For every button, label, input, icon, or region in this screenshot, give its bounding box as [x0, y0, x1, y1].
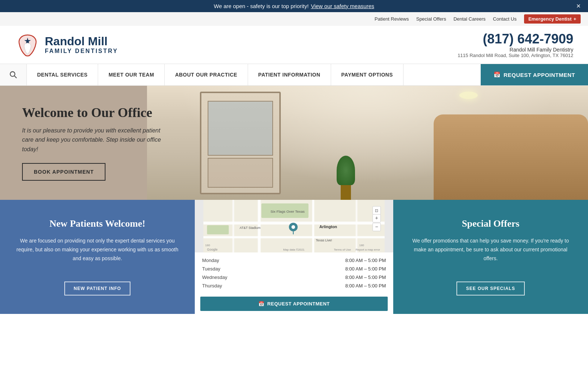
- svg-text:180: 180: [359, 244, 365, 247]
- search-button[interactable]: [0, 64, 27, 85]
- hero-subtext: It is our pleasure to provide you with e…: [22, 126, 162, 154]
- address: 1115 Randol Mill Road, Suite 100, Arling…: [458, 53, 573, 58]
- nav-dental-services[interactable]: DENTAL SERVICES: [27, 64, 98, 85]
- svg-text:180: 180: [205, 244, 210, 247]
- svg-point-18: [291, 225, 295, 229]
- hero-interior: [147, 86, 588, 200]
- hero-text: Welcome to Our Office It is our pleasure…: [0, 90, 184, 196]
- search-icon: [9, 71, 17, 79]
- special-offers-column: Special Offers We offer promotions that …: [393, 200, 588, 314]
- header: Randol Mill FAMILY DENTISTRY (817) 642-7…: [0, 26, 588, 64]
- svg-text:AT&T Stadium: AT&T Stadium: [240, 226, 261, 230]
- svg-rect-9: [232, 200, 234, 252]
- announcement-bar: We are open - safety is our top priority…: [0, 0, 588, 12]
- practice-name: Randol Mill Family Dentistry: [458, 47, 573, 53]
- contact-info: (817) 642-7909 Randol Mill Family Dentis…: [458, 31, 573, 58]
- svg-text:−: −: [375, 224, 378, 230]
- secondary-nav: Patient Reviews Special Offers Dental Ca…: [0, 12, 588, 26]
- hero-door-panel: [208, 158, 273, 188]
- special-offers-heading: Special Offers: [462, 218, 520, 229]
- svg-text:Report a map error: Report a map error: [356, 248, 380, 251]
- map-svg: Six Flags Over Texas Arlington AT&T Stad…: [195, 200, 393, 252]
- logo-icon: [15, 32, 40, 58]
- dental-careers-link[interactable]: Dental Careers: [453, 16, 485, 22]
- day-monday: Monday: [202, 258, 219, 263]
- contact-us-link[interactable]: Contact Us: [493, 16, 516, 22]
- phone-number[interactable]: (817) 642-7909: [458, 31, 573, 47]
- svg-rect-10: [356, 200, 358, 252]
- time-thursday: 8:00 AM – 5:00 PM: [345, 283, 386, 289]
- logo-area: Randol Mill FAMILY DENTISTRY: [15, 32, 118, 58]
- hours-row-wednesday: Wednesday 8:00 AM – 5:00 PM: [202, 273, 386, 282]
- day-tuesday: Tuesday: [202, 266, 220, 272]
- svg-text:Texas Live!: Texas Live!: [316, 238, 332, 242]
- map-hours-column: Six Flags Over Texas Arlington AT&T Stad…: [195, 200, 393, 314]
- close-announcement-button[interactable]: ×: [576, 2, 581, 10]
- hours-container: Monday 8:00 AM – 5:00 PM Tuesday 8:00 AM…: [195, 252, 393, 294]
- hero-door: [200, 92, 281, 194]
- see-specials-button[interactable]: SEE OUR SPECIALS: [456, 282, 524, 296]
- new-patients-column: New Patients Welcome! We are focused on …: [0, 200, 195, 314]
- book-appointment-button[interactable]: BOOK APPOINTMENT: [22, 163, 105, 181]
- nav-meet-our-team[interactable]: MEET OUR TEAM: [98, 64, 165, 85]
- svg-rect-12: [207, 225, 229, 234]
- special-offers-body: We offer promotions that can help you sa…: [408, 237, 573, 263]
- nav-request-label: REQUEST APPOINTMENT: [503, 72, 575, 78]
- calendar-icon-center: 📅: [258, 301, 265, 307]
- patient-reviews-link[interactable]: Patient Reviews: [374, 16, 409, 22]
- nav-payment-options[interactable]: PAYMENT OPTIONS: [331, 64, 404, 85]
- svg-text:Map data ©2021: Map data ©2021: [283, 248, 304, 251]
- hero-section: Welcome to Our Office It is our pleasure…: [0, 86, 588, 200]
- special-offers-link[interactable]: Special Offers: [416, 16, 446, 22]
- new-patient-info-button[interactable]: NEW PATIENT INFO: [64, 282, 131, 296]
- day-thursday: Thursday: [202, 283, 222, 289]
- three-col-section: New Patients Welcome! We are focused on …: [0, 200, 588, 314]
- hero-image: [147, 86, 588, 200]
- svg-text:Terms of Use: Terms of Use: [334, 248, 351, 251]
- emergency-icon: +: [573, 16, 576, 22]
- main-nav: DENTAL SERVICES MEET OUR TEAM ABOUT OUR …: [0, 64, 588, 86]
- hours-row-tuesday: Tuesday 8:00 AM – 5:00 PM: [202, 265, 386, 273]
- request-appointment-center-button[interactable]: 📅 REQUEST APPOINTMENT: [200, 297, 388, 311]
- hero-reception-desk: [434, 114, 588, 200]
- hero-light: [459, 92, 478, 99]
- logo-subtitle: FAMILY DENTISTRY: [45, 48, 118, 54]
- svg-text:Arlington: Arlington: [319, 224, 337, 229]
- safety-link[interactable]: View our safety measures: [311, 3, 374, 9]
- new-patients-body: We are focused on providing not only the…: [15, 237, 180, 263]
- nav-patient-info[interactable]: PATIENT INFORMATION: [248, 64, 331, 85]
- logo-text: Randol Mill FAMILY DENTISTRY: [45, 35, 118, 54]
- nav-about-practice[interactable]: ABOUT OUR PRACTICE: [165, 64, 248, 85]
- day-wednesday: Wednesday: [202, 275, 227, 280]
- emergency-label: Emergency Dentist: [528, 16, 572, 22]
- hours-row-thursday: Thursday 8:00 AM – 5:00 PM: [202, 282, 386, 290]
- map-container[interactable]: Six Flags Over Texas Arlington AT&T Stad…: [195, 200, 393, 252]
- time-monday: 8:00 AM – 5:00 PM: [345, 258, 386, 263]
- request-label-center: REQUEST APPOINTMENT: [267, 301, 330, 307]
- nav-request-appointment-button[interactable]: 📅 REQUEST APPOINTMENT: [481, 64, 588, 85]
- svg-text:+: +: [375, 215, 378, 221]
- svg-text:Google: Google: [207, 248, 218, 251]
- time-wednesday: 8:00 AM – 5:00 PM: [345, 275, 386, 280]
- svg-text:Six Flags Over Texas: Six Flags Over Texas: [270, 209, 305, 213]
- announcement-text: We are open - safety is our top priority…: [214, 3, 309, 9]
- svg-rect-8: [312, 200, 314, 252]
- hero-plant: [337, 156, 355, 200]
- emergency-dentist-button[interactable]: Emergency Dentist +: [524, 14, 581, 24]
- time-tuesday: 8:00 AM – 5:00 PM: [345, 266, 386, 272]
- svg-rect-6: [203, 236, 384, 238]
- svg-text:⊡: ⊡: [375, 208, 378, 213]
- svg-point-2: [10, 72, 15, 77]
- calendar-icon: 📅: [494, 71, 501, 78]
- hours-row-monday: Monday 8:00 AM – 5:00 PM: [202, 256, 386, 265]
- svg-line-3: [14, 76, 17, 78]
- new-patients-heading: New Patients Welcome!: [50, 218, 146, 229]
- logo-name: Randol Mill: [45, 35, 118, 48]
- hero-door-glass: [208, 101, 273, 156]
- hero-heading: Welcome to Our Office: [22, 105, 162, 120]
